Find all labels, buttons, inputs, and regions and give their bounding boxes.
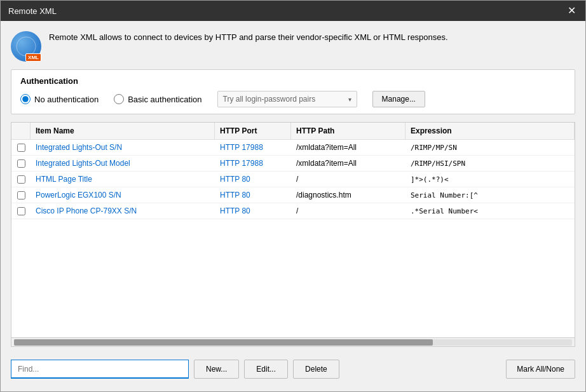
login-pairs-dropdown[interactable]: Try all login-password pairs ▾ <box>217 91 357 107</box>
row-port-3: HTTP 80 <box>215 187 291 203</box>
close-button[interactable]: ✕ <box>565 4 578 17</box>
row-checkbox-2[interactable] <box>17 175 25 184</box>
row-path-1: /xmldata?item=All <box>291 156 405 171</box>
scrollbar-track <box>14 339 572 346</box>
row-port-4: HTTP 80 <box>215 203 291 219</box>
header-section: XML Remote XML allows to connect to devi… <box>11 31 575 62</box>
row-expr-0: /RIMP/MP/SN <box>405 140 575 155</box>
table-header: Item Name HTTP Port HTTP Path Expression <box>11 123 575 140</box>
row-name-3: PowerLogic EGX100 S/N <box>31 187 215 203</box>
content-area: XML Remote XML allows to connect to devi… <box>1 21 585 391</box>
row-checkbox-1[interactable] <box>17 159 25 168</box>
row-checkbox-cell <box>11 156 31 171</box>
row-name-1: Integrated Lights-Out Model <box>31 156 215 171</box>
basic-auth-option[interactable]: Basic authentication <box>114 94 201 104</box>
auth-label: Authentication <box>20 76 566 86</box>
row-checkbox-cell <box>11 172 31 187</box>
mark-all-button[interactable]: Mark All/None <box>506 360 575 379</box>
table-row: Cisco IP Phone CP-79XX S/N HTTP 80 / .*S… <box>11 203 575 219</box>
header-description: Remote XML allows to connect to devices … <box>49 31 448 44</box>
row-expr-1: /RIMP/HSI/SPN <box>405 156 575 171</box>
remote-xml-window: Remote XML ✕ XML Remote XML allows to co… <box>0 0 586 392</box>
col-checkbox <box>11 123 31 139</box>
no-auth-option[interactable]: No authentication <box>20 94 99 104</box>
col-expression: Expression <box>405 123 575 139</box>
table-row: Integrated Lights-Out Model HTTP 17988 /… <box>11 156 575 172</box>
scrollbar-thumb[interactable] <box>14 339 433 346</box>
table-row: PowerLogic EGX100 S/N HTTP 80 /diagnosti… <box>11 187 575 203</box>
xml-badge: XML <box>25 53 41 62</box>
table-row: HTML Page Title HTTP 80 / ]*>(.*?)< <box>11 172 575 187</box>
basic-auth-label[interactable]: Basic authentication <box>128 95 201 104</box>
manage-button[interactable]: Manage... <box>372 91 425 107</box>
row-port-2: HTTP 80 <box>215 172 291 187</box>
new-button[interactable]: New... <box>194 360 239 379</box>
col-http-path: HTTP Path <box>291 123 405 139</box>
row-checkbox-4[interactable] <box>17 207 25 215</box>
horizontal-scrollbar[interactable] <box>11 337 575 346</box>
row-expr-4: .*Serial Number< <box>405 203 575 219</box>
row-checkbox-0[interactable] <box>17 144 25 152</box>
delete-button[interactable]: Delete <box>293 360 339 379</box>
row-name-4: Cisco IP Phone CP-79XX S/N <box>31 203 215 219</box>
radio-group: No authentication Basic authentication <box>20 94 202 104</box>
row-expr-2: ]*>(.*?)< <box>405 172 575 187</box>
row-path-4: / <box>291 203 405 219</box>
bottom-bar: New... Edit... Delete Mark All/None <box>11 355 575 381</box>
row-path-3: /diagnostics.htm <box>291 187 405 203</box>
table-body: Integrated Lights-Out S/N HTTP 17988 /xm… <box>11 140 575 337</box>
row-name-0: Integrated Lights-Out S/N <box>31 140 215 155</box>
edit-button[interactable]: Edit... <box>244 360 288 379</box>
auth-section: Authentication No authentication Basic a… <box>11 69 575 114</box>
row-name-2: HTML Page Title <box>31 172 215 187</box>
dropdown-label: Try all login-password pairs <box>223 95 316 104</box>
col-http-port: HTTP Port <box>215 123 291 139</box>
row-checkbox-cell <box>11 187 31 203</box>
row-port-1: HTTP 17988 <box>215 156 291 171</box>
basic-auth-radio[interactable] <box>114 94 124 104</box>
find-input[interactable] <box>11 360 189 379</box>
auth-controls: No authentication Basic authentication T… <box>20 91 566 107</box>
chevron-down-icon: ▾ <box>348 96 351 103</box>
no-auth-radio[interactable] <box>20 94 31 104</box>
col-item-name: Item Name <box>31 123 215 139</box>
no-auth-label[interactable]: No authentication <box>34 95 99 104</box>
row-checkbox-cell <box>11 140 31 155</box>
row-checkbox-3[interactable] <box>17 191 25 199</box>
window-title: Remote XML <box>8 6 57 16</box>
row-expr-3: Serial Number:[^ <box>405 187 575 203</box>
row-path-0: /xmldata?item=All <box>291 140 405 155</box>
row-port-0: HTTP 17988 <box>215 140 291 155</box>
table-row: Integrated Lights-Out S/N HTTP 17988 /xm… <box>11 140 575 156</box>
items-table: Item Name HTTP Port HTTP Path Expression… <box>11 122 575 347</box>
row-path-2: / <box>291 172 405 187</box>
title-bar: Remote XML ✕ <box>1 1 585 21</box>
xml-icon: XML <box>11 31 41 62</box>
row-checkbox-cell <box>11 203 31 219</box>
